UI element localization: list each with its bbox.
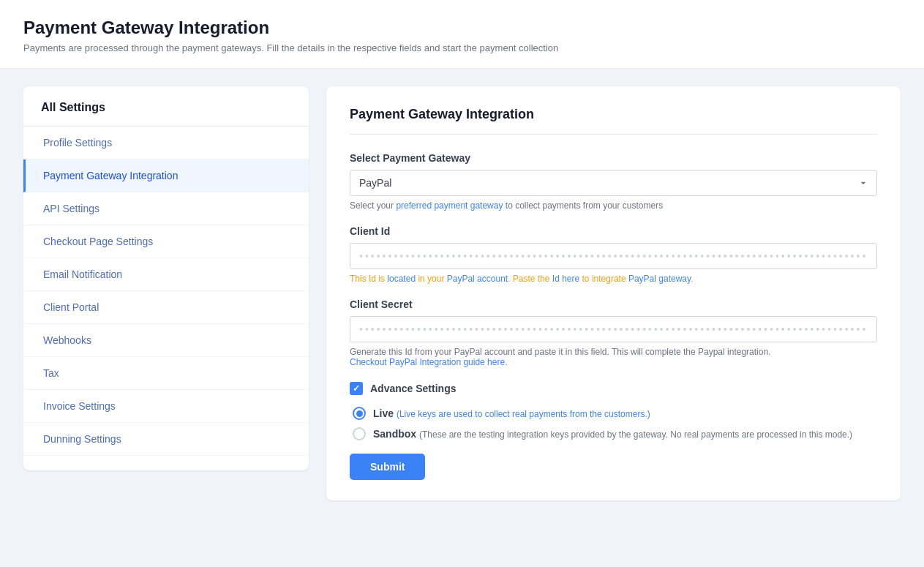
client-secret-label: Client Secret: [350, 298, 877, 310]
sidebar-item-checkout-page[interactable]: Checkout Page Settings: [23, 225, 309, 258]
client-id-hint: This Id is located in your PayPal accoun…: [350, 274, 877, 284]
mode-radio-group: Live (Live keys are used to collect real…: [353, 407, 877, 440]
gateway-select[interactable]: PayPal Stripe Razorpay Braintree: [350, 170, 877, 196]
sandbox-radio-label: Sandbox (These are the testing integrati…: [373, 428, 852, 440]
sidebar-item-profile-settings[interactable]: Profile Settings: [23, 127, 309, 159]
live-radio-item: Live (Live keys are used to collect real…: [353, 407, 877, 420]
client-secret-hint: Generate this Id from your PayPal accoun…: [350, 347, 877, 367]
main-content: All Settings Profile Settings Payment Ga…: [0, 69, 924, 518]
client-id-input[interactable]: [350, 243, 877, 269]
select-gateway-group: Select Payment Gateway PayPal Stripe Raz…: [350, 152, 877, 211]
client-id-group: Client Id This Id is located in your Pay…: [350, 225, 877, 284]
paypal-guide-link[interactable]: Checkout PayPal Integration guide here.: [350, 357, 507, 367]
sidebar-item-webhooks[interactable]: Webhooks: [23, 324, 309, 357]
advance-settings-label: Advance Settings: [370, 383, 456, 394]
client-secret-input[interactable]: [350, 316, 877, 342]
sidebar-item-api-settings[interactable]: API Settings: [23, 192, 309, 225]
sidebar-item-dunning-settings[interactable]: Dunning Settings: [23, 423, 309, 456]
client-id-label: Client Id: [350, 225, 877, 237]
advance-settings-checkbox[interactable]: [350, 382, 363, 395]
select-gateway-label: Select Payment Gateway: [350, 152, 877, 164]
sidebar-item-tax[interactable]: Tax: [23, 357, 309, 390]
sidebar-item-invoice-settings[interactable]: Invoice Settings: [23, 390, 309, 423]
live-radio-label: Live (Live keys are used to collect real…: [373, 408, 650, 419]
sidebar-title: All Settings: [23, 101, 309, 127]
page-subtitle: Payments are processed through the payme…: [23, 42, 901, 53]
sandbox-radio-item: Sandbox (These are the testing integrati…: [353, 427, 877, 440]
sidebar-item-email-notification[interactable]: Email Notification: [23, 258, 309, 291]
page-header: Payment Gateway Integration Payments are…: [0, 0, 924, 69]
sandbox-radio[interactable]: [353, 427, 366, 440]
submit-button[interactable]: Submit: [350, 454, 425, 480]
sidebar: All Settings Profile Settings Payment Ga…: [23, 86, 309, 470]
client-secret-group: Client Secret Generate this Id from your…: [350, 298, 877, 367]
advance-settings-group: Advance Settings: [350, 382, 877, 395]
gateway-hint: Select your preferred payment gateway to…: [350, 200, 877, 211]
panel-title: Payment Gateway Integration: [350, 107, 877, 135]
settings-panel: Payment Gateway Integration Select Payme…: [326, 86, 901, 500]
live-radio[interactable]: [353, 407, 366, 420]
sidebar-item-client-portal[interactable]: Client Portal: [23, 291, 309, 324]
page-title: Payment Gateway Integration: [23, 18, 901, 38]
sidebar-item-payment-gateway[interactable]: Payment Gateway Integration: [23, 159, 309, 192]
